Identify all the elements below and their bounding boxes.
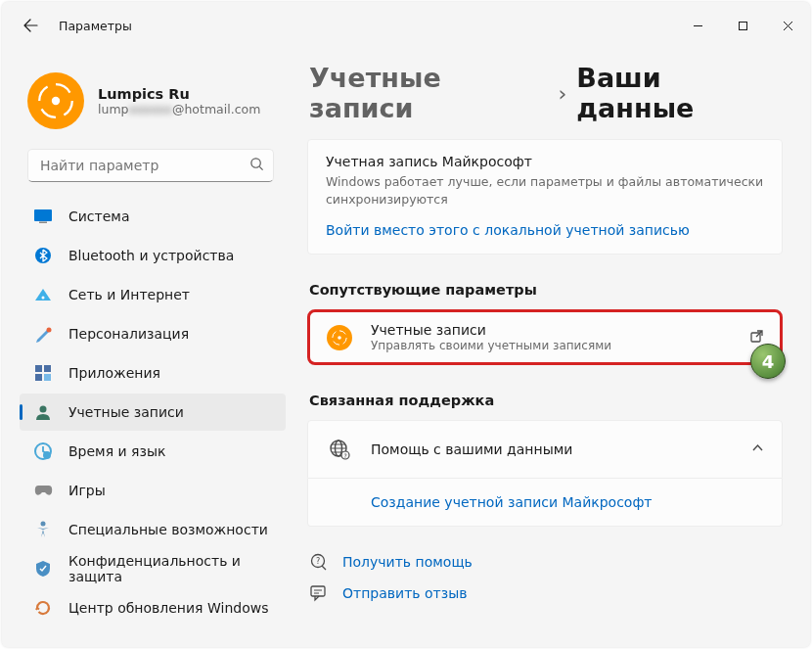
svg-text:?: ?	[315, 557, 319, 566]
bluetooth-icon	[33, 246, 53, 265]
related-header: Сопутствующие параметры	[309, 282, 783, 298]
help-icon: ?	[309, 552, 329, 572]
svg-rect-4	[34, 209, 52, 221]
svg-rect-9	[35, 365, 42, 372]
local-account-link[interactable]: Войти вместо этого с локальной учетной з…	[326, 222, 764, 238]
nav-time-language[interactable]: Время и язык	[20, 433, 286, 470]
nav-network[interactable]: Сеть и Интернет	[20, 276, 286, 313]
sidebar: Lumpics Ru lumpxxxxxx@hotmail.com Систем…	[2, 49, 297, 647]
main-panel: Учетные записи › Ваши данные Учетная зап…	[297, 49, 810, 647]
nav-accounts[interactable]: Учетные записи	[20, 394, 286, 431]
ms-account-card: Учетная запись Майкрософт Windows работа…	[307, 139, 783, 255]
svg-rect-0	[739, 22, 746, 29]
breadcrumb-parent[interactable]: Учетные записи	[309, 63, 549, 123]
globe-icon: ?	[326, 436, 353, 463]
accounts-row-desc: Управлять своими учетными записями	[371, 339, 749, 352]
privacy-icon	[33, 559, 53, 579]
back-button[interactable]	[14, 9, 47, 42]
apps-icon	[33, 363, 53, 383]
titlebar: Параметры	[2, 2, 810, 49]
search-box	[27, 149, 274, 182]
chevron-up-icon	[751, 441, 764, 457]
svg-rect-26	[311, 586, 325, 596]
svg-point-7	[42, 297, 45, 300]
nav-personalization[interactable]: Персонализация	[20, 315, 286, 352]
svg-point-3	[251, 159, 260, 167]
get-help-link[interactable]: ? Получить помощь	[309, 552, 783, 572]
breadcrumb: Учетные записи › Ваши данные	[307, 63, 783, 123]
personalization-icon	[33, 324, 53, 344]
accounts-icon	[33, 402, 53, 422]
nav-gaming[interactable]: Игры	[20, 472, 286, 509]
minimize-button[interactable]	[675, 2, 720, 49]
feedback-link[interactable]: Отправить отзыв	[309, 583, 783, 603]
close-icon	[783, 21, 793, 31]
support-row-title: Помощь с вашими данными	[371, 441, 751, 457]
maximize-button[interactable]	[720, 2, 765, 49]
nav-system[interactable]: Система	[20, 198, 286, 235]
step-badge: 4	[750, 344, 786, 379]
feedback-icon	[309, 583, 329, 603]
nav-bluetooth[interactable]: Bluetooth и устройства	[20, 237, 286, 274]
svg-point-15	[43, 451, 51, 459]
create-ms-account-link[interactable]: Создание учетной записи Майкрософт	[371, 494, 653, 510]
avatar-icon	[326, 324, 353, 351]
page-title: Ваши данные	[576, 63, 783, 123]
update-icon	[33, 598, 53, 618]
gaming-icon	[33, 481, 53, 500]
svg-point-8	[47, 328, 52, 333]
search-icon	[249, 157, 264, 174]
nav-list: Система Bluetooth и устройства Сеть и Ин…	[10, 196, 292, 628]
search-input[interactable]	[27, 149, 274, 182]
nav-privacy[interactable]: Конфиденциальность и защита	[20, 550, 286, 587]
nav-accessibility[interactable]: Специальные возможности	[20, 511, 286, 548]
time-icon	[33, 441, 53, 461]
network-icon	[33, 285, 53, 304]
svg-rect-12	[44, 374, 51, 381]
svg-point-18	[338, 336, 341, 340]
avatar	[27, 72, 84, 129]
profile-name: Lumpics Ru	[98, 86, 260, 102]
ms-account-title: Учетная запись Майкрософт	[326, 154, 764, 169]
chevron-right-icon: ›	[559, 81, 567, 106]
support-header: Связанная поддержка	[309, 393, 783, 408]
arrow-left-icon	[23, 18, 38, 33]
accessibility-icon	[33, 520, 53, 539]
svg-rect-5	[39, 222, 47, 224]
support-sublink-row: Создание учетной записи Майкрософт	[307, 479, 783, 527]
maximize-icon	[738, 21, 748, 31]
svg-text:?: ?	[343, 452, 346, 459]
svg-point-2	[52, 97, 60, 105]
svg-point-13	[40, 406, 47, 413]
profile-email: lumpxxxxxx@hotmail.com	[98, 102, 260, 116]
svg-rect-10	[44, 365, 51, 372]
accounts-row[interactable]: Учетные записи Управлять своими учетными…	[307, 309, 783, 365]
minimize-icon	[693, 21, 703, 31]
profile-block[interactable]: Lumpics Ru lumpxxxxxx@hotmail.com	[10, 59, 292, 143]
support-row[interactable]: ? Помощь с вашими данными	[307, 420, 783, 479]
window-title: Параметры	[59, 19, 132, 33]
nav-apps[interactable]: Приложения	[20, 354, 286, 392]
accounts-row-title: Учетные записи	[371, 322, 749, 338]
svg-point-16	[41, 522, 46, 527]
close-button[interactable]	[765, 2, 810, 49]
nav-windows-update[interactable]: Центр обновления Windows	[20, 589, 286, 626]
svg-rect-11	[35, 374, 42, 381]
system-icon	[33, 207, 53, 226]
ms-account-desc: Windows работает лучше, если параметры и…	[326, 173, 764, 209]
